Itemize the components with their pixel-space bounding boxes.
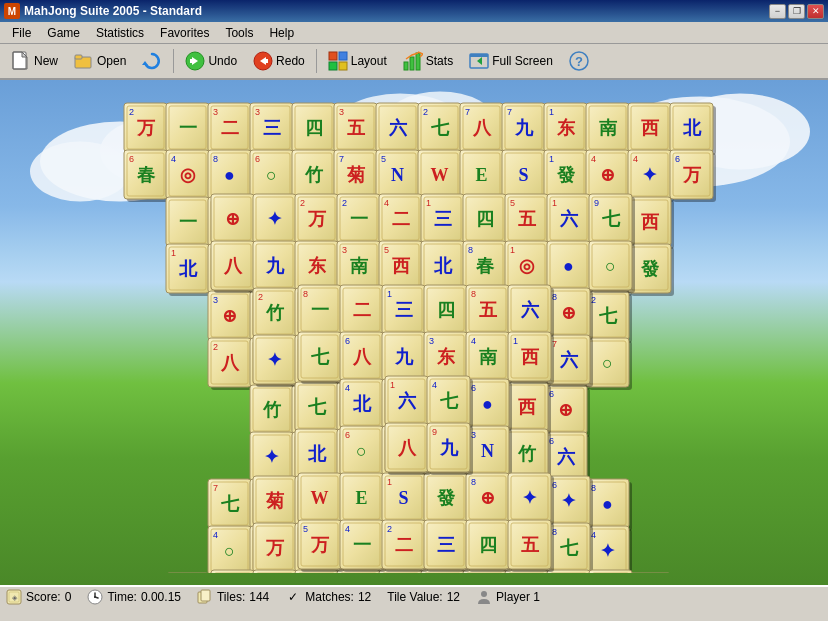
tile[interactable]: 九6 <box>253 570 299 573</box>
tile[interactable]: 發 <box>424 473 470 525</box>
svg-text:六: 六 <box>559 207 579 228</box>
mahjong-board[interactable]: 万2一二3三3四五3六七2八7九7东1南西北春6◎4●8○6竹菊7N5WES發1… <box>0 80 828 585</box>
tile[interactable]: 万 <box>253 523 299 573</box>
tile[interactable]: 八7 <box>460 103 506 155</box>
tile[interactable]: ⊕8 <box>466 473 512 525</box>
tile[interactable]: E <box>340 473 386 525</box>
tile[interactable]: 八5 <box>211 570 257 573</box>
tile[interactable]: 南4 <box>466 332 512 384</box>
menu-help[interactable]: Help <box>261 24 302 42</box>
tile[interactable]: ● <box>547 570 593 573</box>
tile[interactable]: 七2 <box>418 103 464 155</box>
tile[interactable]: 九 <box>253 241 299 293</box>
fullscreen-button[interactable]: Full Screen <box>462 47 560 75</box>
help-button[interactable]: ? <box>562 47 596 75</box>
tile[interactable]: 二4 <box>379 194 425 246</box>
tile[interactable]: 三 <box>424 520 470 572</box>
svg-text:4: 4 <box>633 154 638 164</box>
tile[interactable]: 六1 <box>547 194 593 246</box>
tile[interactable]: 七 <box>298 332 344 384</box>
tile[interactable]: 二3 <box>208 103 254 155</box>
tile[interactable]: 春6 <box>124 150 170 202</box>
tile[interactable]: ✦4 <box>628 150 674 202</box>
tile[interactable]: 六1 <box>385 376 431 428</box>
tile[interactable]: 万5 <box>298 520 344 572</box>
tile-grid[interactable]: 万2一二3三3四五3六七2八7九7东1南西北春6◎4●8○6竹菊7N5WES發1… <box>94 93 734 573</box>
tile[interactable]: ○6 <box>340 426 386 478</box>
tile[interactable]: 一8 <box>298 285 344 337</box>
tile[interactable]: 竹 <box>250 385 296 437</box>
tile[interactable]: 三1 <box>421 194 467 246</box>
tile[interactable]: 一 <box>166 197 212 249</box>
menu-statistics[interactable]: Statistics <box>88 24 152 42</box>
tile[interactable]: ◎4 <box>166 150 212 202</box>
tile[interactable]: 七 <box>295 382 341 434</box>
tile[interactable]: ○4 <box>208 526 254 573</box>
minimize-button[interactable]: − <box>769 4 786 19</box>
layout-button[interactable]: Layout <box>321 47 394 75</box>
tile[interactable]: 六 <box>508 285 554 337</box>
tile[interactable]: 八6 <box>340 332 386 384</box>
undo-button[interactable]: Undo <box>178 47 244 75</box>
tile[interactable]: 五3 <box>334 103 380 155</box>
tile[interactable]: 西1 <box>508 332 554 384</box>
tile[interactable]: 九7 <box>502 103 548 155</box>
tile[interactable]: ✦ <box>253 194 299 246</box>
tile[interactable]: 四 <box>466 520 512 572</box>
tile[interactable]: 七9 <box>589 194 635 246</box>
tile[interactable]: 五 <box>508 520 554 572</box>
tile[interactable]: ○8 <box>589 570 635 573</box>
menu-tools[interactable]: Tools <box>217 24 261 42</box>
tile[interactable]: ⊕ <box>211 194 257 246</box>
tile[interactable]: 三3 <box>250 103 296 155</box>
tile[interactable]: 竹2 <box>253 288 299 340</box>
tile[interactable]: 四 <box>424 285 470 337</box>
tile[interactable]: 北 <box>670 103 716 155</box>
tile[interactable]: 五8 <box>466 285 512 337</box>
redo-button[interactable]: Redo <box>246 47 312 75</box>
tile[interactable]: S1 <box>382 473 428 525</box>
tile[interactable]: 万2 <box>124 103 170 155</box>
tile[interactable]: ⊕3 <box>208 291 254 343</box>
refresh-button[interactable] <box>135 47 169 75</box>
tile[interactable]: 北4 <box>340 379 386 431</box>
tile[interactable]: W <box>298 473 344 525</box>
menu-favorites[interactable]: Favorites <box>152 24 217 42</box>
tile[interactable]: 五5 <box>505 194 551 246</box>
tile[interactable]: 九9 <box>427 423 473 475</box>
tile[interactable]: 万2 <box>295 194 341 246</box>
tile[interactable]: 八 <box>211 241 257 293</box>
tile[interactable]: ✦ <box>253 335 299 387</box>
tile[interactable]: 七4 <box>427 376 473 428</box>
tile[interactable]: 一 <box>166 103 212 155</box>
tile[interactable]: 三1 <box>382 285 428 337</box>
tile[interactable]: 四 <box>463 194 509 246</box>
tile[interactable]: 四 <box>292 103 338 155</box>
tile[interactable]: ○ <box>589 241 635 293</box>
tile[interactable]: ✦ <box>508 473 554 525</box>
tile[interactable]: 南 <box>586 103 632 155</box>
menu-game[interactable]: Game <box>39 24 88 42</box>
open-button[interactable]: Open <box>67 47 133 75</box>
restore-button[interactable]: ❐ <box>788 4 805 19</box>
tile[interactable]: 六 <box>376 103 422 155</box>
tile[interactable]: 二2 <box>382 520 428 572</box>
tile[interactable]: ● <box>547 241 593 293</box>
new-button[interactable]: New <box>4 47 65 75</box>
tile[interactable]: 菊 <box>253 476 299 528</box>
tile[interactable]: 东1 <box>544 103 590 155</box>
tile[interactable]: 一4 <box>340 520 386 572</box>
menu-file[interactable]: File <box>4 24 39 42</box>
tile[interactable]: 八2 <box>208 338 254 390</box>
tile[interactable]: 一2 <box>337 194 383 246</box>
tile[interactable]: 二 <box>340 285 386 337</box>
close-button[interactable]: ✕ <box>807 4 824 19</box>
stats-button[interactable]: Stats <box>396 47 460 75</box>
tiles-container[interactable]: 万2一二3三3四五3六七2八7九7东1南西北春6◎4●8○6竹菊7N5WES發1… <box>124 103 716 573</box>
svg-text:五: 五 <box>521 534 540 554</box>
tile[interactable]: 万6 <box>670 150 716 202</box>
tile[interactable]: 西 <box>628 103 674 155</box>
tile[interactable]: 八 <box>385 423 431 475</box>
tile[interactable]: 北1 <box>166 244 212 296</box>
tile[interactable]: 七7 <box>208 479 254 531</box>
